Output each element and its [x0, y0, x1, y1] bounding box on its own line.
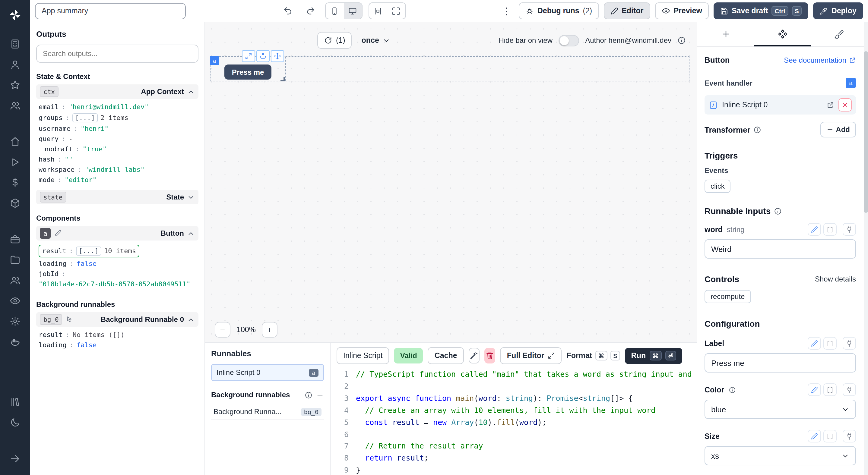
selected-component-row[interactable]: a Press me [210, 56, 689, 81]
info-icon[interactable] [774, 207, 781, 215]
code-line[interactable]: // TypeScript function called "main" tha… [356, 368, 697, 380]
mobile-view-button[interactable] [326, 3, 344, 19]
move-handle-icon[interactable] [271, 50, 284, 62]
show-details-link[interactable]: Show details [815, 275, 856, 283]
star-icon[interactable] [5, 76, 25, 94]
code-line[interactable]: // Create an array with 10 elements, fil… [356, 404, 697, 416]
debug-runs-button[interactable]: Debug runs (2) [519, 2, 599, 19]
background-runnable-item[interactable]: Background Runna... bg_0 [211, 404, 324, 420]
eval-input-button[interactable] [843, 430, 856, 442]
expand-array-chip[interactable]: [...] [73, 113, 97, 122]
calculator-icon[interactable] [5, 35, 25, 53]
undo-button[interactable] [279, 3, 296, 19]
press-me-button[interactable]: Press me [224, 65, 272, 79]
refresh-button[interactable]: (1) [317, 32, 352, 49]
play-icon[interactable] [5, 153, 25, 171]
static-input-button[interactable] [808, 430, 821, 442]
run-button[interactable]: Run ⌘ ⏎ [625, 347, 682, 364]
inline-script-item[interactable]: Inline Script 0 a [211, 364, 324, 381]
deploy-button[interactable]: Deploy [813, 2, 863, 19]
delete-script-button[interactable] [484, 348, 496, 364]
chevron-down-icon[interactable] [187, 193, 195, 201]
redo-button[interactable] [302, 3, 319, 19]
component-id-tag[interactable]: a [210, 56, 219, 65]
eval-input-button[interactable] [843, 383, 856, 396]
expand-array-chip[interactable]: [...] [76, 246, 101, 256]
recompute-chip[interactable]: recompute [705, 290, 751, 303]
briefcase-icon[interactable] [5, 230, 25, 248]
container-icon[interactable] [5, 333, 25, 351]
bg0-header-row[interactable]: bg_0 Background Runnable 0 [36, 312, 198, 327]
inline-script-tab[interactable]: Inline Script [337, 347, 390, 364]
chevron-up-icon[interactable] [187, 229, 195, 237]
eye-icon[interactable] [5, 292, 25, 310]
kebab-menu-button[interactable]: ⋮ [499, 5, 514, 16]
remove-script-button[interactable] [838, 98, 852, 111]
add-background-runnable-icon[interactable] [316, 391, 324, 399]
inline-script-row[interactable]: Inline Script 0 [705, 95, 856, 114]
tab-insert[interactable] [697, 22, 754, 46]
collapse-arrow-icon[interactable] [5, 450, 25, 468]
ai-wand-button[interactable] [469, 348, 480, 364]
editor-button[interactable]: Editor [603, 2, 650, 19]
desktop-view-button[interactable] [344, 3, 362, 19]
app-canvas[interactable]: (1) once Hide bar on view Author henri@w… [205, 22, 697, 342]
chevron-up-icon[interactable] [187, 315, 195, 324]
eval-input-button[interactable] [843, 223, 856, 236]
cube-icon[interactable] [5, 194, 25, 212]
anchor-handle-icon[interactable] [256, 50, 270, 62]
code-line[interactable]: return result; [356, 452, 697, 465]
click-event-chip[interactable]: click [705, 180, 731, 193]
size-select[interactable]: xs [705, 446, 856, 465]
info-icon[interactable] [305, 391, 312, 399]
connect-input-button[interactable] [824, 383, 837, 396]
app-summary-input[interactable] [35, 3, 186, 19]
resize-handle[interactable] [280, 77, 285, 81]
code-lines[interactable]: // TypeScript function called "main" tha… [349, 368, 697, 475]
scrollbar-thumb[interactable] [864, 51, 868, 213]
add-transformer-button[interactable]: Add [820, 122, 856, 137]
save-draft-button[interactable]: Save draft Ctrl S [714, 2, 809, 19]
center-align-button[interactable] [369, 3, 387, 19]
static-input-button[interactable] [808, 337, 821, 350]
code-line[interactable]: const result = new Array(10).fill(word); [356, 416, 697, 428]
search-outputs-input[interactable] [36, 45, 198, 63]
selected-output-highlight[interactable]: result:[...]10 items [39, 245, 140, 258]
info-icon[interactable] [753, 126, 761, 134]
code-line[interactable] [356, 380, 697, 393]
see-documentation-link[interactable]: See documentation [784, 56, 856, 64]
static-input-button[interactable] [808, 223, 821, 236]
gear-icon[interactable] [5, 312, 25, 330]
code-editor[interactable]: 12345678910 // TypeScript function calle… [331, 367, 697, 475]
users-icon[interactable] [5, 96, 25, 114]
code-line[interactable]: } [356, 465, 697, 475]
full-editor-button[interactable]: Full Editor [500, 347, 562, 364]
fullscreen-button[interactable] [387, 3, 405, 19]
dollar-icon[interactable] [5, 174, 25, 192]
schedule-dropdown[interactable]: once [362, 36, 391, 45]
tab-component-settings[interactable] [754, 22, 811, 46]
scrollbar-track[interactable] [864, 22, 868, 475]
chevron-up-icon[interactable] [187, 88, 195, 96]
info-icon[interactable] [677, 36, 686, 45]
expand-handle-icon[interactable] [242, 50, 255, 62]
code-line[interactable]: export async function main(word: string)… [356, 393, 697, 404]
state-header-row[interactable]: state State [36, 190, 198, 204]
static-input-button[interactable] [808, 383, 821, 396]
connect-input-button[interactable] [824, 337, 837, 350]
component-a-header-row[interactable]: a Button [36, 226, 198, 240]
connect-input-button[interactable] [824, 430, 837, 442]
code-line[interactable]: // Return the result array [356, 440, 697, 452]
user-icon[interactable] [5, 56, 25, 73]
moon-icon[interactable] [5, 413, 25, 432]
open-script-icon[interactable] [826, 101, 834, 109]
group-icon[interactable] [5, 271, 25, 289]
eval-input-button[interactable] [843, 337, 856, 350]
format-button[interactable]: Format ⌘ S [566, 351, 620, 361]
windmill-logo-icon[interactable] [5, 5, 25, 25]
color-select[interactable]: blue [705, 400, 856, 419]
home-icon[interactable] [5, 133, 25, 151]
label-input[interactable] [705, 353, 856, 373]
edit-id-icon[interactable] [55, 230, 62, 237]
zoom-out-button[interactable]: − [215, 322, 230, 338]
